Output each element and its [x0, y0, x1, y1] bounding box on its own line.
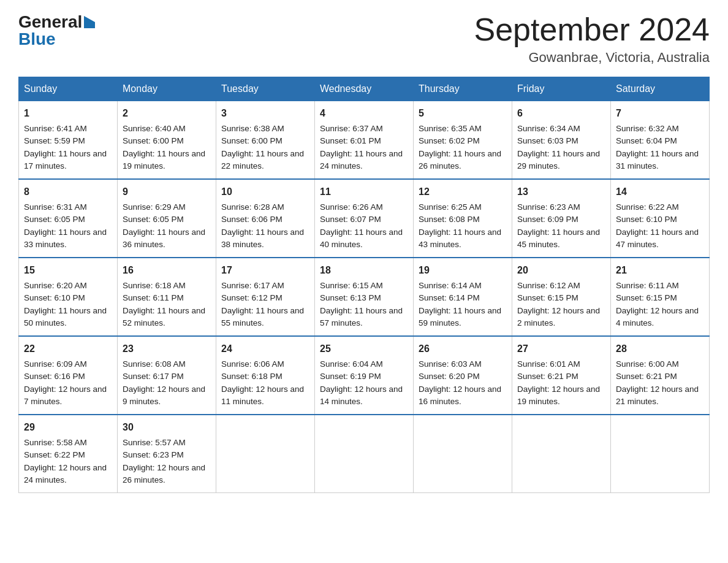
sunset-label: Sunset: 6:17 PM: [123, 372, 184, 381]
sunrise-label: Sunrise: 6:37 AM: [320, 124, 383, 133]
day-number: 8: [24, 185, 112, 199]
sunset-label: Sunset: 6:16 PM: [24, 372, 85, 381]
calendar-cell: [611, 415, 710, 493]
calendar-table: SundayMondayTuesdayWednesdayThursdayFrid…: [18, 77, 710, 493]
sunrise-label: Sunrise: 6:00 AM: [616, 359, 679, 369]
sunrise-label: Sunrise: 6:15 AM: [320, 281, 383, 290]
calendar-cell: 28Sunrise: 6:00 AMSunset: 6:21 PMDayligh…: [611, 336, 710, 415]
day-header-friday: Friday: [512, 77, 611, 101]
calendar-cell: 9Sunrise: 6:29 AMSunset: 6:05 PMDaylight…: [118, 179, 216, 258]
daylight-label: Daylight: 11 hours and 19 minutes.: [123, 149, 205, 170]
calendar-cell: 14Sunrise: 6:22 AMSunset: 6:10 PMDayligh…: [611, 179, 710, 258]
sunrise-label: Sunrise: 6:23 AM: [517, 202, 580, 212]
calendar-cell: [512, 415, 611, 493]
daylight-label: Daylight: 12 hours and 26 minutes.: [123, 463, 205, 484]
day-number: 21: [616, 263, 704, 278]
sunset-label: Sunset: 6:10 PM: [24, 293, 85, 302]
calendar-cell: 13Sunrise: 6:23 AMSunset: 6:09 PMDayligh…: [512, 179, 611, 258]
day-number: 20: [517, 263, 605, 278]
sunset-label: Sunset: 6:18 PM: [221, 372, 282, 381]
day-number: 16: [123, 263, 211, 278]
daylight-label: Daylight: 12 hours and 19 minutes.: [517, 385, 600, 406]
sunset-label: Sunset: 6:13 PM: [320, 293, 381, 302]
day-number: 7: [616, 106, 704, 121]
calendar-cell: [414, 415, 512, 493]
day-number: 22: [24, 342, 112, 356]
calendar-cell: 8Sunrise: 6:31 AMSunset: 6:05 PMDaylight…: [19, 179, 118, 258]
sunset-label: Sunset: 6:20 PM: [419, 372, 480, 381]
daylight-label: Daylight: 12 hours and 21 minutes.: [616, 385, 699, 406]
sunrise-label: Sunrise: 6:31 AM: [24, 202, 87, 212]
day-header-saturday: Saturday: [611, 77, 710, 101]
day-header-wednesday: Wednesday: [315, 77, 414, 101]
sunrise-label: Sunrise: 6:01 AM: [517, 359, 580, 369]
calendar-week-row: 22Sunrise: 6:09 AMSunset: 6:16 PMDayligh…: [19, 336, 710, 415]
calendar-cell: 10Sunrise: 6:28 AMSunset: 6:06 PMDayligh…: [216, 179, 315, 258]
day-number: 6: [517, 106, 605, 121]
sunset-label: Sunset: 6:15 PM: [616, 293, 677, 302]
calendar-cell: 2Sunrise: 6:40 AMSunset: 6:00 PMDaylight…: [118, 101, 216, 180]
day-header-thursday: Thursday: [414, 77, 512, 101]
sunset-label: Sunset: 6:06 PM: [221, 215, 282, 224]
sunrise-label: Sunrise: 6:41 AM: [24, 124, 87, 133]
calendar-cell: 24Sunrise: 6:06 AMSunset: 6:18 PMDayligh…: [216, 336, 315, 415]
daylight-label: Daylight: 11 hours and 33 minutes.: [24, 228, 107, 249]
calendar-cell: 12Sunrise: 6:25 AMSunset: 6:08 PMDayligh…: [414, 179, 512, 258]
daylight-label: Daylight: 11 hours and 50 minutes.: [24, 306, 107, 327]
day-header-sunday: Sunday: [19, 77, 118, 101]
sunrise-label: Sunrise: 6:12 AM: [517, 281, 580, 290]
daylight-label: Daylight: 11 hours and 59 minutes.: [419, 306, 501, 327]
daylight-label: Daylight: 12 hours and 24 minutes.: [24, 463, 107, 484]
daylight-label: Daylight: 11 hours and 47 minutes.: [616, 228, 699, 249]
day-number: 23: [123, 342, 211, 356]
sunset-label: Sunset: 6:21 PM: [616, 372, 677, 381]
sunrise-label: Sunrise: 6:20 AM: [24, 281, 87, 290]
sunset-label: Sunset: 6:05 PM: [123, 215, 184, 224]
day-header-monday: Monday: [118, 77, 216, 101]
sunrise-label: Sunrise: 6:06 AM: [221, 359, 284, 369]
sunrise-label: Sunrise: 5:58 AM: [24, 438, 87, 447]
daylight-label: Daylight: 11 hours and 36 minutes.: [123, 228, 205, 249]
sunrise-label: Sunrise: 6:17 AM: [221, 281, 284, 290]
daylight-label: Daylight: 11 hours and 29 minutes.: [517, 149, 600, 170]
sunrise-label: Sunrise: 6:29 AM: [123, 202, 186, 212]
sunset-label: Sunset: 6:21 PM: [517, 372, 578, 381]
daylight-label: Daylight: 12 hours and 16 minutes.: [419, 385, 501, 406]
day-number: 2: [123, 106, 211, 121]
calendar-cell: 18Sunrise: 6:15 AMSunset: 6:13 PMDayligh…: [315, 258, 414, 336]
sunset-label: Sunset: 6:02 PM: [419, 136, 480, 145]
daylight-label: Daylight: 11 hours and 31 minutes.: [616, 149, 699, 170]
sunset-label: Sunset: 6:14 PM: [419, 293, 480, 302]
calendar-cell: 15Sunrise: 6:20 AMSunset: 6:10 PMDayligh…: [19, 258, 118, 336]
day-number: 30: [123, 420, 211, 435]
daylight-label: Daylight: 11 hours and 52 minutes.: [123, 306, 205, 327]
title-area: September 2024 Gowanbrae, Victoria, Aust…: [474, 12, 710, 66]
sunrise-label: Sunrise: 6:08 AM: [123, 359, 186, 369]
calendar-cell: 30Sunrise: 5:57 AMSunset: 6:23 PMDayligh…: [118, 415, 216, 493]
daylight-label: Daylight: 12 hours and 2 minutes.: [517, 306, 600, 327]
day-number: 14: [616, 185, 704, 199]
calendar-cell: 29Sunrise: 5:58 AMSunset: 6:22 PMDayligh…: [19, 415, 118, 493]
sunrise-label: Sunrise: 6:03 AM: [419, 359, 482, 369]
calendar-week-row: 8Sunrise: 6:31 AMSunset: 6:05 PMDaylight…: [19, 179, 710, 258]
sunrise-label: Sunrise: 6:28 AM: [221, 202, 284, 212]
day-number: 5: [419, 106, 507, 121]
daylight-label: Daylight: 11 hours and 45 minutes.: [517, 228, 600, 249]
calendar-cell: 7Sunrise: 6:32 AMSunset: 6:04 PMDaylight…: [611, 101, 710, 180]
calendar-cell: 19Sunrise: 6:14 AMSunset: 6:14 PMDayligh…: [414, 258, 512, 336]
sunrise-label: Sunrise: 6:11 AM: [616, 281, 679, 290]
sunrise-label: Sunrise: 6:34 AM: [517, 124, 580, 133]
sunset-label: Sunset: 6:10 PM: [616, 215, 677, 224]
daylight-label: Daylight: 12 hours and 4 minutes.: [616, 306, 699, 327]
daylight-label: Daylight: 11 hours and 24 minutes.: [320, 149, 403, 170]
sunset-label: Sunset: 6:08 PM: [419, 215, 480, 224]
sunrise-label: Sunrise: 6:26 AM: [320, 202, 383, 212]
day-number: 25: [320, 342, 408, 356]
sunrise-label: Sunrise: 6:18 AM: [123, 281, 186, 290]
sunset-label: Sunset: 5:59 PM: [24, 136, 85, 145]
calendar-cell: 25Sunrise: 6:04 AMSunset: 6:19 PMDayligh…: [315, 336, 414, 415]
calendar-cell: 21Sunrise: 6:11 AMSunset: 6:15 PMDayligh…: [611, 258, 710, 336]
daylight-label: Daylight: 11 hours and 57 minutes.: [320, 306, 403, 327]
sunset-label: Sunset: 6:22 PM: [24, 450, 85, 459]
day-number: 13: [517, 185, 605, 199]
